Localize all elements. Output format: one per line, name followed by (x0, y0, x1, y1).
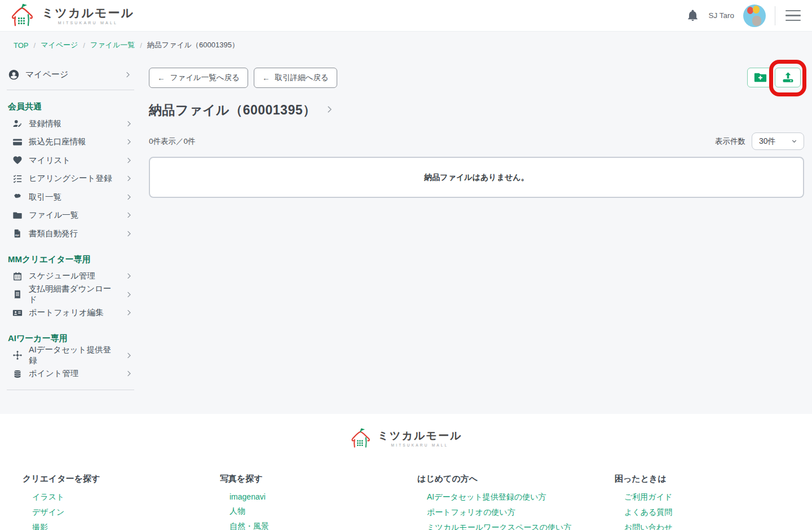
sidebar-item-mylist[interactable]: マイリスト (7, 151, 134, 170)
bank-card-icon (12, 137, 23, 147)
breadcrumb-link-top[interactable]: TOP (14, 41, 29, 50)
footer-link-workspace-guide[interactable]: ミツカルモールワークスペースの使い方 (427, 523, 615, 530)
back-button-label: ファイル一覧へ戻る (170, 73, 240, 83)
sidebar-item-label: ヒアリングシート登録 (29, 173, 112, 184)
add-folder-button[interactable] (747, 68, 773, 87)
mitsukaru-mall-logo-icon (350, 427, 373, 450)
id-card-icon (12, 308, 23, 318)
calendar-icon (12, 271, 23, 281)
notification-bell-icon[interactable] (686, 9, 699, 22)
sidebar-item-label: 取引一覧 (29, 192, 61, 202)
chevron-right-icon (324, 104, 334, 117)
chevron-right-icon (125, 156, 133, 165)
sidebar-divider (7, 390, 134, 390)
footer-link-faq[interactable]: よくある質問 (624, 507, 812, 518)
user-name[interactable]: SJ Taro (708, 11, 734, 20)
sidebar-item-label: ポイント管理 (29, 368, 78, 379)
sidebar: マイページ 会員共通 登録情報 振込先口座情報 マイリスト ヒアリングシート登録… (7, 61, 134, 390)
upload-icon (781, 70, 795, 85)
footer-column-find-creators: クリエイターを探す イラスト デザイン 撮影 音声 (23, 474, 220, 530)
empty-state-panel: 納品ファイルはありません。 (149, 157, 804, 198)
sidebar-item-label: スケジュール管理 (29, 271, 95, 281)
brand-subtitle: MITSUKARU MALL (58, 21, 118, 25)
chevron-right-icon (125, 211, 133, 219)
page-title: 納品ファイル（60001395） (149, 101, 316, 119)
sidebar-item-payment-statement[interactable]: 支払明細書ダウンロード (7, 285, 134, 304)
sidebar-item-schedule[interactable]: スケジュール管理 (7, 267, 134, 286)
person-edit-icon (12, 118, 23, 129)
sidebar-item-file-list[interactable]: ファイル一覧 (7, 206, 134, 225)
chevron-right-icon (125, 308, 133, 317)
back-arrow-icon: ← (157, 74, 165, 82)
sidebar-item-label: AIデータセット提供登録 (29, 344, 118, 366)
sidebar-item-transactions[interactable]: 取引一覧 (7, 188, 134, 206)
empty-state-message: 納品ファイルはありません。 (424, 173, 528, 183)
page-size-label: 表示件数 (715, 136, 745, 147)
footer-column-title: クリエイターを探す (23, 474, 220, 484)
pdf-document-icon: PDF (12, 228, 23, 238)
sidebar-item-point-management[interactable]: ポイント管理 (7, 365, 134, 383)
footer-link-ai-dataset-guide[interactable]: AIデータセット提供登録の使い方 (427, 492, 615, 502)
avatar[interactable] (743, 5, 766, 27)
chevron-right-icon (125, 351, 133, 360)
footer-column-title: 困ったときは (615, 474, 812, 484)
sidebar-item-label: ファイル一覧 (29, 210, 78, 220)
footer: ミツカルモール MITSUKARU MALL クリエイターを探す イラスト デザ… (0, 414, 812, 530)
header: ミツカルモール MITSUKARU MALL SJ Taro (0, 0, 812, 32)
footer-link-design[interactable]: デザイン (32, 507, 220, 518)
header-divider (775, 6, 775, 25)
sidebar-item-ai-dataset[interactable]: AIデータセット提供登録 (7, 346, 134, 365)
chevron-right-icon (125, 120, 133, 128)
sidebar-section-ai-worker: AIワーカー専用 (8, 333, 134, 344)
sidebar-item-label: マイリスト (29, 155, 70, 166)
main-content: ← ファイル一覧へ戻る ← 取引詳細へ戻る (149, 61, 804, 198)
footer-link-portfolio-guide[interactable]: ポートフォリオの使い方 (427, 507, 615, 518)
add-folder-icon (753, 70, 767, 85)
breadcrumb-link-files[interactable]: ファイル一覧 (90, 40, 135, 50)
result-count: 0件表示／0件 (149, 136, 196, 147)
breadcrumb-current: 納品ファイル（60001395） (147, 40, 239, 50)
account-circle-icon (8, 69, 20, 81)
sidebar-section-member-common: 会員共通 (8, 101, 134, 112)
footer-link-photography[interactable]: 撮影 (32, 523, 220, 530)
brand-name: ミツカルモール (42, 6, 134, 19)
footer-link-user-guide[interactable]: ご利用ガイド (624, 492, 812, 502)
footer-link-contact[interactable]: お問い合わせ (624, 523, 812, 530)
hub-icon (12, 350, 23, 360)
sidebar-item-bank-account[interactable]: 振込先口座情報 (7, 133, 134, 152)
footer-column-beginners: はじめての方へ AIデータセット提供登録の使い方 ポートフォリオの使い方 ミツカ… (417, 474, 615, 530)
sidebar-item-portfolio-edit[interactable]: ポートフォリオ編集 (7, 304, 134, 323)
footer-brand-logo[interactable]: ミツカルモール MITSUKARU MALL (0, 427, 812, 450)
breadcrumb-separator: / (34, 41, 36, 50)
sidebar-item-registration-info[interactable]: 登録情報 (7, 114, 134, 133)
sidebar-item-label: マイページ (25, 69, 68, 80)
back-to-file-list-button[interactable]: ← ファイル一覧へ戻る (149, 68, 248, 88)
upload-button[interactable] (775, 68, 801, 87)
breadcrumb-separator: / (140, 41, 142, 50)
sidebar-item-hearing-sheet[interactable]: ヒアリングシート登録 (7, 170, 134, 188)
checklist-icon (12, 174, 23, 184)
sidebar-item-auto-document[interactable]: PDF 書類自動発行 (7, 224, 134, 243)
sidebar-item-label: 書類自動発行 (29, 228, 78, 239)
brand-logo[interactable]: ミツカルモール MITSUKARU MALL (10, 3, 134, 28)
page-size-select[interactable]: 30件 (752, 132, 804, 150)
page-size-value: 30件 (759, 136, 776, 147)
sidebar-item-mypage[interactable]: マイページ (7, 61, 134, 90)
back-arrow-icon: ← (262, 74, 270, 82)
footer-link-people[interactable]: 人物 (230, 506, 417, 516)
footer-link-illustration[interactable]: イラスト (32, 492, 220, 502)
heart-icon (12, 155, 23, 165)
sidebar-item-label: ポートフォリオ編集 (29, 307, 104, 318)
folder-icon (12, 210, 23, 220)
chevron-right-icon (125, 229, 133, 238)
footer-column-title: 写真を探す (220, 474, 417, 484)
footer-brand-name: ミツカルモール (378, 430, 462, 442)
coins-icon (12, 369, 23, 379)
footer-column-help: 困ったときは ご利用ガイド よくある質問 お問い合わせ (615, 474, 812, 530)
hamburger-menu-icon[interactable] (784, 8, 802, 24)
breadcrumb-link-mypage[interactable]: マイページ (41, 40, 78, 50)
footer-column-title: はじめての方へ (417, 474, 615, 484)
footer-link-nature-landscape[interactable]: 自然・風景 (230, 522, 417, 530)
footer-link-imagenavi[interactable]: imagenavi (230, 492, 417, 501)
back-to-transaction-detail-button[interactable]: ← 取引詳細へ戻る (254, 68, 337, 88)
